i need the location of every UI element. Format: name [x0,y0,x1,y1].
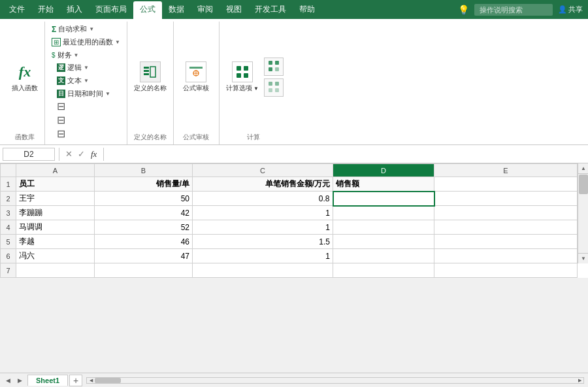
confirm-formula-btn[interactable]: ✓ [76,148,87,160]
h-scroll-thumb[interactable] [95,378,121,383]
name-box[interactable] [3,148,55,161]
cell-B3[interactable]: 42 [95,206,193,220]
sheet-prev-btn[interactable]: ◀ [3,375,13,386]
horizontal-scrollbar[interactable]: ◀ ▶ [86,377,584,384]
tab-formula[interactable]: 公式 [133,1,162,19]
cell-C2[interactable]: 0.8 [193,192,333,206]
sheet-next-btn[interactable]: ▶ [14,375,25,386]
insert-function-large-btn[interactable]: fx 插入函数 [12,61,38,93]
cell-C7[interactable] [193,263,333,278]
cell-A1[interactable]: 员工 [16,177,95,192]
more-functions-btn3[interactable]: ⊟ [54,127,68,141]
col-header-A[interactable]: A [16,164,95,177]
sheet-tabs-area: Sheet1 [27,375,68,386]
ribbon-tab-bar: 文件 开始 插入 页面布局 公式 数据 审阅 视图 开发工具 帮助 [0,0,324,19]
cell-C4[interactable]: 1 [193,220,333,235]
scroll-down-btn[interactable]: ▼ [578,253,588,263]
svg-rect-9 [244,66,248,71]
cell-A5[interactable]: 李越 [16,235,95,249]
h-scroll-right-btn[interactable]: ▶ [576,377,583,384]
tab-view[interactable]: 视图 [220,0,248,19]
cell-A2[interactable]: 王宇 [16,192,95,206]
cell-D3[interactable] [333,206,434,220]
function-library-group-label [49,141,123,143]
calc-sheet-btn[interactable] [264,78,284,97]
cell-B6[interactable]: 47 [95,249,193,263]
sheet-tab-sheet1[interactable]: Sheet1 [27,375,68,386]
scroll-thumb[interactable] [579,175,588,194]
cell-D5[interactable] [333,235,434,249]
row-header-5: 5 [1,235,16,249]
tab-file[interactable]: 文件 [3,0,31,19]
cell-E7[interactable] [434,263,578,278]
autosum-btn[interactable]: Σ 自动求和 ▼ [49,23,123,35]
logic-btn[interactable]: 逻 逻辑 ▼ [54,61,113,74]
tab-developer[interactable]: 开发工具 [248,0,293,19]
cell-D4[interactable] [333,220,434,235]
cell-C6[interactable]: 1 [193,249,333,263]
defined-names-btn[interactable]: 定义的名称 [131,59,169,95]
search-input[interactable] [474,4,553,16]
cell-A6[interactable]: 冯六 [16,249,95,263]
finance-btn[interactable]: $ 财务 ▼ [49,49,123,61]
defined-names-group-label: 定义的名称 [134,131,167,143]
cell-D6[interactable] [333,249,434,263]
tab-review[interactable]: 审阅 [191,0,220,19]
svg-rect-12 [269,61,272,65]
calc-options-btn[interactable]: 计算选项 ▼ [223,59,261,95]
svg-rect-2 [144,73,149,75]
cell-E1[interactable] [434,177,578,192]
cell-A4[interactable]: 马调调 [16,220,95,235]
table-row: 2 王宇 50 0.8 [1,192,578,206]
svg-rect-11 [244,73,248,78]
cell-B5[interactable]: 46 [95,235,193,249]
table-row: 5 李越 46 1.5 [1,235,578,249]
cell-E5[interactable] [434,235,578,249]
vertical-scrollbar[interactable]: ▲ ▼ [578,163,588,263]
cell-A7[interactable] [16,263,95,278]
more-functions-btn1[interactable]: ⊟ [54,100,68,113]
cell-C5[interactable]: 1.5 [193,235,333,249]
cell-A3[interactable]: 李蹦蹦 [16,206,95,220]
recent-functions-btn[interactable]: ⊞ 最近使用的函数 ▼ [49,36,123,48]
cell-B4[interactable]: 52 [95,220,193,235]
formula-input[interactable] [108,148,585,160]
cell-D1[interactable]: 销售额 [333,177,434,192]
cell-D7[interactable] [333,263,434,278]
more-functions-btn2[interactable]: ⊟ [54,114,68,127]
cell-C3[interactable]: 1 [193,206,333,220]
cell-B2[interactable]: 50 [95,192,193,206]
tab-page-layout[interactable]: 页面布局 [89,0,133,19]
tab-start[interactable]: 开始 [31,0,60,19]
col-header-E[interactable]: E [434,164,578,177]
cell-E6[interactable] [434,249,578,263]
cell-E3[interactable] [434,206,578,220]
datetime-btn[interactable]: 日 日期和时间 ▼ [54,88,113,100]
svg-rect-10 [237,73,241,78]
calc-now-btn[interactable] [264,58,284,76]
tab-data[interactable]: 数据 [162,0,191,19]
cell-B1[interactable]: 销售量/单 [95,177,193,192]
cell-B7[interactable] [95,263,193,278]
table-row: 6 冯六 47 1 [1,249,578,263]
text-btn[interactable]: 文 文本 ▼ [54,75,113,87]
svg-rect-17 [275,82,279,86]
cell-E2[interactable] [434,192,578,206]
col-header-C[interactable]: C [193,164,333,177]
svg-rect-18 [269,88,272,92]
cancel-formula-btn[interactable]: ✕ [63,148,74,160]
col-header-D[interactable]: D [333,164,434,177]
scroll-up-btn[interactable]: ▲ [578,163,588,174]
cell-C1[interactable]: 单笔销售金额/万元 [193,177,333,192]
share-button[interactable]: 👤 共享 [558,5,583,14]
scroll-track [578,174,588,253]
svg-rect-4 [189,67,203,69]
formula-audit-btn[interactable]: 公式审核 [180,59,212,95]
h-scroll-left-btn[interactable]: ◀ [87,377,95,384]
tab-help[interactable]: 帮助 [293,0,321,19]
tab-insert[interactable]: 插入 [60,0,89,19]
cell-D2[interactable] [333,192,434,206]
add-sheet-btn[interactable]: + [69,375,82,386]
cell-E4[interactable] [434,220,578,235]
col-header-B[interactable]: B [95,164,193,177]
